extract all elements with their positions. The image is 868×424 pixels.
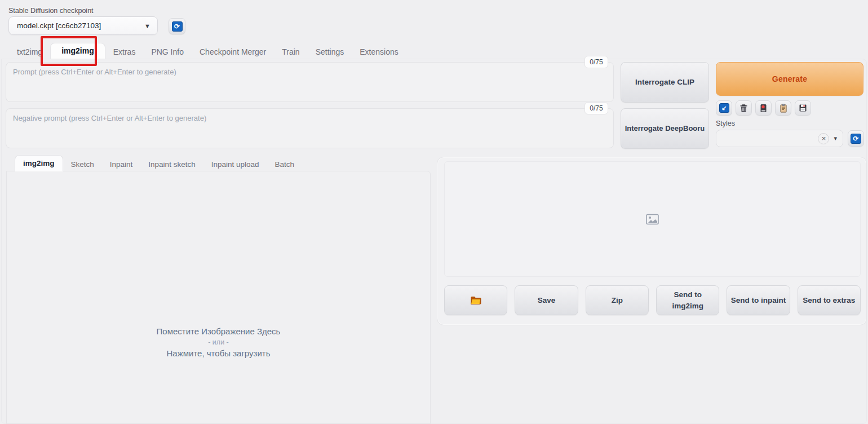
open-folder-button[interactable]: [444, 285, 507, 315]
tab-extras[interactable]: Extras: [105, 45, 144, 59]
output-button-row: Save Zip Send to img2img Send to inpaint…: [444, 285, 861, 315]
image-dropzone[interactable]: Поместите Изображение Здесь - или - Нажм…: [6, 171, 431, 424]
trash-icon: [739, 104, 748, 113]
refresh-icon: ⟳: [172, 21, 183, 32]
checkpoint-value: model.ckpt [cc6cb27103]: [17, 21, 101, 30]
zip-button[interactable]: Zip: [586, 285, 649, 315]
styles-label: Styles: [716, 120, 735, 127]
interrogate-clip-button[interactable]: Interrogate CLIP: [621, 62, 709, 103]
img2img-mode-tab-bar: img2img Sketch Inpaint Inpaint sketch In…: [15, 156, 302, 171]
tab-sketch[interactable]: Sketch: [63, 157, 102, 171]
generate-button[interactable]: Generate: [716, 62, 863, 96]
tab-img2img[interactable]: img2img: [50, 43, 105, 59]
interrogate-deepbooru-button[interactable]: Interrogate DeepBooru: [621, 108, 709, 149]
send-to-img2img-button[interactable]: Send to img2img: [656, 285, 719, 315]
styles-caret-icon: ▾: [834, 135, 837, 142]
dropzone-line2: - или -: [7, 338, 430, 346]
tab-settings[interactable]: Settings: [308, 45, 352, 59]
prompt-token-counter: 0/75: [584, 56, 608, 68]
negative-prompt-token-counter: 0/75: [584, 102, 608, 114]
negative-prompt-input[interactable]: [6, 108, 614, 148]
tab-inpaint-upload[interactable]: Inpaint upload: [203, 157, 267, 171]
save-button[interactable]: Save: [515, 285, 578, 315]
clear-styles-icon[interactable]: ×: [818, 133, 829, 144]
prompt-input[interactable]: [6, 62, 614, 102]
apply-style-button[interactable]: [775, 100, 791, 116]
clipboard-icon: [780, 104, 787, 113]
floppy-disk-icon: [799, 104, 807, 112]
card-icon: [759, 104, 768, 113]
folder-icon: [470, 295, 482, 305]
save-style-button[interactable]: [795, 100, 811, 116]
image-placeholder-icon: [646, 214, 659, 225]
output-image-area: [444, 161, 861, 277]
tab-checkpoint-merger[interactable]: Checkpoint Merger: [192, 45, 274, 59]
checkpoint-select[interactable]: model.ckpt [cc6cb27103] ▼: [8, 16, 158, 35]
clear-prompt-button[interactable]: [736, 100, 752, 116]
send-to-extras-button[interactable]: Send to extras: [798, 285, 861, 315]
paste-arrow-icon: ↙: [719, 103, 729, 113]
checkpoint-refresh-button[interactable]: ⟳: [169, 18, 185, 34]
tab-train[interactable]: Train: [274, 45, 307, 59]
dropzone-text: Поместите Изображение Здесь - или - Нажм…: [7, 325, 430, 359]
tab-inpaint[interactable]: Inpaint: [102, 157, 141, 171]
refresh-icon: ⟳: [851, 134, 861, 144]
tab-batch[interactable]: Batch: [267, 157, 302, 171]
dropzone-line3: Нажмите, чтобы загрузить: [7, 348, 430, 358]
extra-networks-button[interactable]: [755, 100, 772, 116]
tab-txt2img[interactable]: txt2img: [9, 45, 50, 59]
styles-refresh-button[interactable]: ⟳: [848, 130, 864, 147]
tab-img2img-mode[interactable]: img2img: [15, 155, 63, 171]
tab-png-info[interactable]: PNG Info: [143, 45, 192, 59]
send-to-inpaint-button[interactable]: Send to inpaint: [727, 285, 790, 315]
styles-dropdown[interactable]: × ▾: [716, 130, 843, 147]
dropzone-line1: Поместите Изображение Здесь: [7, 326, 430, 336]
tab-inpaint-sketch[interactable]: Inpaint sketch: [140, 157, 203, 171]
tab-extensions[interactable]: Extensions: [352, 45, 406, 59]
chevron-down-icon: ▼: [144, 23, 150, 29]
main-tab-bar: txt2img img2img Extras PNG Info Checkpoi…: [9, 44, 406, 59]
paste-button[interactable]: ↙: [716, 100, 732, 116]
output-panel: Save Zip Send to img2img Send to inpaint…: [437, 157, 867, 325]
checkpoint-label: Stable Diffusion checkpoint: [8, 7, 94, 15]
